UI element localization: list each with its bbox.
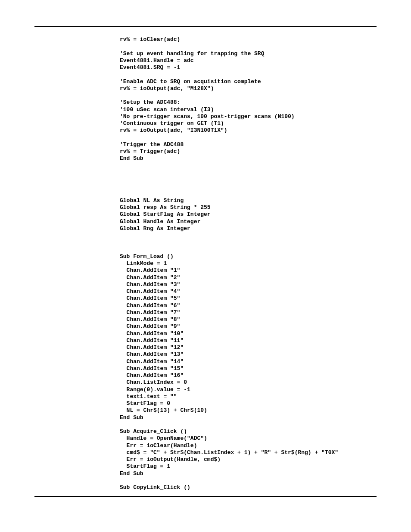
code-line bbox=[120, 477, 377, 484]
code-line: cmd$ = "C" + Str$(Chan.ListIndex + 1) + … bbox=[120, 449, 377, 456]
code-line bbox=[120, 43, 377, 50]
code-line bbox=[120, 190, 377, 197]
code-line: Chan.ListIndex = 0 bbox=[120, 379, 377, 386]
code-line: End Sub bbox=[120, 155, 377, 162]
code-line: LinkMode = 1 bbox=[120, 260, 377, 267]
code-line: Global Rng As Integer bbox=[120, 225, 377, 232]
code-line: Chan.AddItem "3" bbox=[120, 281, 377, 288]
code-line: text1.text = "" bbox=[120, 393, 377, 400]
code-line: Range(0).value = -1 bbox=[120, 386, 377, 393]
code-line bbox=[120, 183, 377, 190]
code-line: Global NL As String bbox=[120, 197, 377, 204]
code-line: rv% = ioClear(adc) bbox=[120, 36, 377, 43]
code-line: End Sub bbox=[120, 470, 377, 477]
code-line: '100 uSec scan interval (I3) bbox=[120, 106, 377, 113]
code-line: rv% = ioOutput(adc, "I3N100T1X") bbox=[120, 127, 377, 134]
code-line: rv% = Trigger(adc) bbox=[120, 148, 377, 155]
code-line bbox=[120, 246, 377, 253]
code-line: 'No pre-trigger scans, 100 post-trigger … bbox=[120, 113, 377, 120]
code-line: Global StartFlag As Integer bbox=[120, 211, 377, 218]
code-line bbox=[120, 421, 377, 428]
code-line: Global Handle As Integer bbox=[120, 218, 377, 225]
code-line bbox=[120, 134, 377, 141]
code-line: Chan.AddItem "6" bbox=[120, 302, 377, 309]
code-line: Chan.AddItem "9" bbox=[120, 323, 377, 330]
code-line bbox=[120, 162, 377, 169]
top-horizontal-rule bbox=[34, 26, 377, 27]
code-line bbox=[120, 71, 377, 78]
bottom-horizontal-rule bbox=[34, 496, 377, 497]
code-line: 'Set up event handling for trapping the … bbox=[120, 50, 377, 57]
code-line: Chan.AddItem "11" bbox=[120, 337, 377, 344]
code-line: Chan.AddItem "15" bbox=[120, 365, 377, 372]
code-line: Sub Acquire_Click () bbox=[120, 428, 377, 435]
code-line: StartFlag = 0 bbox=[120, 400, 377, 407]
code-line: Chan.AddItem "2" bbox=[120, 274, 377, 281]
code-line: Chan.AddItem "5" bbox=[120, 295, 377, 302]
code-line: Chan.AddItem "16" bbox=[120, 372, 377, 379]
code-line bbox=[120, 176, 377, 183]
code-line: End Sub bbox=[120, 414, 377, 421]
code-line: Chan.AddItem "8" bbox=[120, 316, 377, 323]
code-line: Event4881.Handle = adc bbox=[120, 57, 377, 64]
code-line: 'Enable ADC to SRQ on acquisition comple… bbox=[120, 78, 377, 85]
code-line: Sub CopyLink_Click () bbox=[120, 484, 377, 491]
code-line bbox=[120, 92, 377, 99]
code-line: StartFlag = 1 bbox=[120, 463, 377, 470]
code-line: 'Trigger the ADC488 bbox=[120, 141, 377, 148]
code-line: Chan.AddItem "12" bbox=[120, 344, 377, 351]
code-line: 'Setup the ADC488: bbox=[120, 99, 377, 106]
code-line: rv% = ioOutput(adc, "M128X") bbox=[120, 85, 377, 92]
code-listing: rv% = ioClear(adc) 'Set up event handlin… bbox=[120, 36, 377, 491]
code-line: Chan.AddItem "1" bbox=[120, 267, 377, 274]
code-line: Chan.AddItem "7" bbox=[120, 309, 377, 316]
code-line: Chan.AddItem "14" bbox=[120, 358, 377, 365]
code-line: Chan.AddItem "10" bbox=[120, 330, 377, 337]
code-line bbox=[120, 232, 377, 239]
code-line: Sub Form_Load () bbox=[120, 253, 377, 260]
code-line bbox=[120, 169, 377, 176]
code-line: Handle = OpenName("ADC") bbox=[120, 435, 377, 442]
document-page: rv% = ioClear(adc) 'Set up event handlin… bbox=[0, 0, 411, 532]
code-line: Global resp As String * 255 bbox=[120, 204, 377, 211]
code-line: Err = ioOutput(Handle, cmd$) bbox=[120, 456, 377, 463]
code-line: NL = Chr$(13) + Chr$(10) bbox=[120, 407, 377, 414]
code-line: Event4881.SRQ = -1 bbox=[120, 64, 377, 71]
code-line bbox=[120, 239, 377, 246]
code-line: 'Continuous trigger on GET (T1) bbox=[120, 120, 377, 127]
code-line: Chan.AddItem "4" bbox=[120, 288, 377, 295]
code-line: Chan.AddItem "13" bbox=[120, 351, 377, 358]
code-line: Err = ioClear(Handle) bbox=[120, 442, 377, 449]
